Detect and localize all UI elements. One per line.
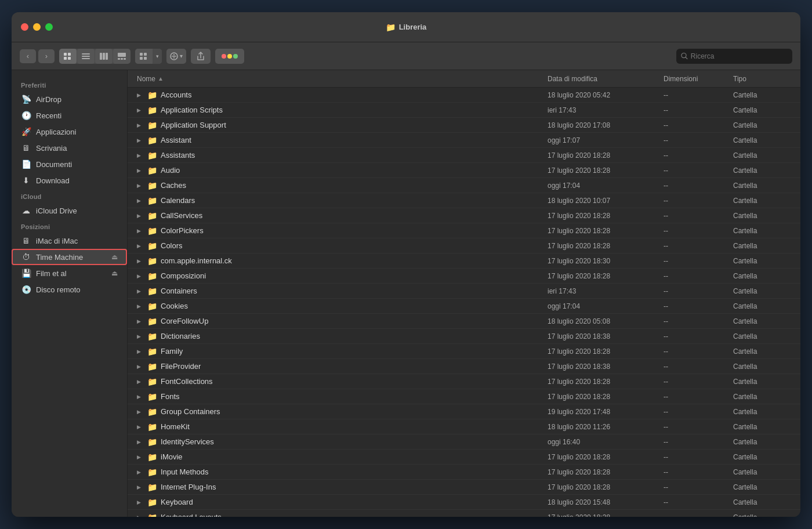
folder-icon: 📁 <box>147 317 157 326</box>
table-row[interactable]: ▶ 📁 Cookies oggi 17:04 -- Cartella <box>128 299 800 314</box>
table-row[interactable]: ▶ 📁 Input Methods 17 luglio 2020 18:28 -… <box>128 465 800 480</box>
file-name-label: Fonts <box>161 392 180 401</box>
svg-rect-10 <box>118 53 126 57</box>
folder-icon: 📁 <box>147 513 157 517</box>
table-row[interactable]: ▶ 📁 Colors 17 luglio 2020 18:28 -- Carte… <box>128 238 800 253</box>
time-machine-eject-button[interactable]: ⏏ <box>111 253 118 261</box>
file-name-label: Internet Plug-Ins <box>161 483 216 491</box>
col-header-type[interactable]: Tipo <box>733 75 791 83</box>
sidebar-item-download[interactable]: ⬇ Download <box>12 172 127 189</box>
table-row[interactable]: ▶ 📁 ColorPickers 17 luglio 2020 18:28 --… <box>128 223 800 238</box>
file-date: ieri 17:43 <box>548 106 664 114</box>
search-input[interactable] <box>691 52 788 60</box>
minimize-button[interactable] <box>33 23 41 31</box>
file-size: -- <box>664 332 733 340</box>
folder-icon: 📁 <box>147 392 157 401</box>
maximize-button[interactable] <box>45 23 53 31</box>
close-button[interactable] <box>21 23 28 31</box>
table-row[interactable]: ▶ 📁 IdentityServices oggi 16:40 -- Carte… <box>128 434 800 450</box>
table-row[interactable]: ▶ 📁 Keyboard Layouts 17 luglio 2020 18:2… <box>128 510 800 517</box>
grid-view-btn[interactable] <box>135 49 153 64</box>
film-eject-button[interactable]: ⏏ <box>111 269 118 277</box>
sidebar-item-time-machine[interactable]: ⏱ Time Machine ⏏ <box>12 249 127 265</box>
file-size: -- <box>664 287 733 295</box>
table-row[interactable]: ▶ 📁 Dictionaries 17 luglio 2020 18:38 --… <box>128 329 800 344</box>
traffic-lights <box>21 23 53 31</box>
action-dropdown-button[interactable]: ▾ <box>166 49 186 64</box>
table-row[interactable]: ▶ 📁 CallServices 17 luglio 2020 18:28 --… <box>128 208 800 223</box>
grid-dropdown-arrow[interactable]: ▾ <box>153 49 162 64</box>
sidebar-item-airdrop[interactable]: 📡 AirDrop <box>12 91 127 107</box>
file-date: 17 luglio 2020 18:28 <box>548 393 664 401</box>
table-row[interactable]: ▶ 📁 CoreFollowUp 18 luglio 2020 05:08 --… <box>128 314 800 329</box>
table-row[interactable]: ▶ 📁 Containers ieri 17:43 -- Cartella <box>128 284 800 299</box>
view-icon-button[interactable] <box>59 49 77 64</box>
search-box[interactable] <box>676 49 792 64</box>
expand-arrow: ▶ <box>137 273 144 279</box>
sidebar-item-recenti[interactable]: 🕐 Recenti <box>12 107 127 124</box>
file-size: -- <box>664 257 733 265</box>
file-type: Cartella <box>733 121 791 129</box>
expand-arrow: ▶ <box>137 514 144 517</box>
svg-rect-14 <box>140 53 143 56</box>
table-row[interactable]: ▶ 📁 Composizioni 17 luglio 2020 18:28 --… <box>128 269 800 284</box>
file-name: ▶ 📁 CoreFollowUp <box>137 317 548 326</box>
folder-icon: 📁 <box>147 166 157 175</box>
file-name-label: com.apple.internal.ck <box>161 256 232 265</box>
file-type: Cartella <box>733 136 791 144</box>
table-row[interactable]: ▶ 📁 FileProvider 17 luglio 2020 18:38 --… <box>128 359 800 374</box>
back-button[interactable]: ‹ <box>20 49 36 63</box>
file-name-label: FontCollections <box>161 377 213 386</box>
table-row[interactable]: ▶ 📁 Calendars 18 luglio 2020 10:07 -- Ca… <box>128 193 800 208</box>
sidebar-item-disco-remoto[interactable]: 💿 Disco remoto <box>12 281 127 298</box>
file-type: Cartella <box>733 182 791 190</box>
time-machine-icon: ⏱ <box>21 252 31 262</box>
view-gallery-button[interactable] <box>113 49 130 64</box>
table-row[interactable]: ▶ 📁 Assistants 17 luglio 2020 18:28 -- C… <box>128 148 800 163</box>
table-row[interactable]: ▶ 📁 com.apple.internal.ck 17 luglio 2020… <box>128 253 800 269</box>
grid-view-dropdown[interactable]: ▾ <box>135 49 162 64</box>
share-button[interactable] <box>191 49 211 64</box>
file-size: -- <box>664 347 733 356</box>
table-row[interactable]: ▶ 📁 Accounts 18 luglio 2020 05:42 -- Car… <box>128 88 800 103</box>
file-type: Cartella <box>733 453 791 461</box>
forward-button[interactable]: › <box>38 49 55 63</box>
file-size: -- <box>664 272 733 280</box>
file-type: Cartella <box>733 106 791 114</box>
file-size: -- <box>664 453 733 461</box>
folder-icon: 📁 <box>147 151 157 160</box>
sidebar-item-documenti[interactable]: 📄 Documenti <box>12 156 127 172</box>
view-list-button[interactable] <box>77 49 95 64</box>
table-row[interactable]: ▶ 📁 Internet Plug-Ins 17 luglio 2020 18:… <box>128 480 800 495</box>
table-row[interactable]: ▶ 📁 HomeKit 18 luglio 2020 11:26 -- Cart… <box>128 419 800 434</box>
tag-button[interactable] <box>215 49 244 64</box>
sidebar-item-imac[interactable]: 🖥 iMac di iMac <box>12 233 127 249</box>
table-row[interactable]: ▶ 📁 Audio 17 luglio 2020 18:28 -- Cartel… <box>128 163 800 178</box>
col-header-name[interactable]: Nome ▲ <box>137 75 548 83</box>
file-pane: Nome ▲ Data di modifica Dimensioni Tipo … <box>128 70 800 517</box>
table-row[interactable]: ▶ 📁 Group Containers 19 luglio 2020 17:4… <box>128 404 800 419</box>
table-row[interactable]: ▶ 📁 Fonts 17 luglio 2020 18:28 -- Cartel… <box>128 389 800 404</box>
file-date: 17 luglio 2020 18:28 <box>548 483 664 491</box>
sidebar-item-film[interactable]: 💾 Film et al ⏏ <box>12 265 127 281</box>
table-row[interactable]: ▶ 📁 Application Support 18 luglio 2020 1… <box>128 118 800 133</box>
table-row[interactable]: ▶ 📁 Application Scripts ieri 17:43 -- Ca… <box>128 103 800 118</box>
view-columns-button[interactable] <box>95 49 113 64</box>
table-row[interactable]: ▶ 📁 FontCollections 17 luglio 2020 18:28… <box>128 374 800 389</box>
file-name-label: Containers <box>161 287 197 295</box>
file-date: 17 luglio 2020 18:28 <box>548 378 664 386</box>
expand-arrow: ▶ <box>137 107 144 113</box>
table-row[interactable]: ▶ 📁 Family 17 luglio 2020 18:28 -- Carte… <box>128 344 800 359</box>
table-row[interactable]: ▶ 📁 Assistant oggi 17:07 -- Cartella <box>128 133 800 148</box>
table-row[interactable]: ▶ 📁 Caches oggi 17:04 -- Cartella <box>128 178 800 193</box>
sidebar-item-applicazioni[interactable]: 🚀 Applicazioni <box>12 124 127 140</box>
sidebar-item-scrivania[interactable]: 🖥 Scrivania <box>12 140 127 156</box>
col-header-date[interactable]: Data di modifica <box>548 75 664 83</box>
file-type: Cartella <box>733 498 791 506</box>
sidebar-item-icloud-drive[interactable]: ☁ iCloud Drive <box>12 202 127 219</box>
file-size: -- <box>664 212 733 220</box>
table-row[interactable]: ▶ 📁 Keyboard 18 luglio 2020 15:48 -- Car… <box>128 495 800 510</box>
file-size: -- <box>664 242 733 250</box>
col-header-size[interactable]: Dimensioni <box>664 75 733 83</box>
table-row[interactable]: ▶ 📁 iMovie 17 luglio 2020 18:28 -- Carte… <box>128 450 800 465</box>
